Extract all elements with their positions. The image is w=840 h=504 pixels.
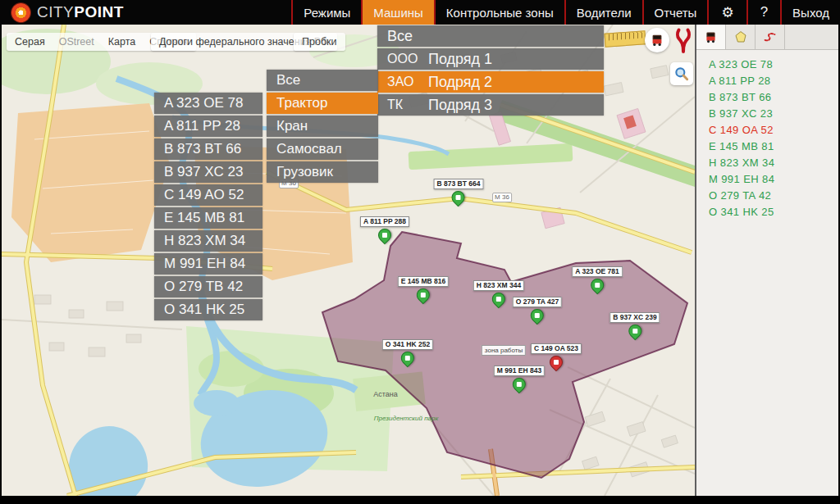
- settings-button[interactable]: ⚙: [707, 0, 746, 25]
- truck-icon: [650, 33, 664, 48]
- type-option[interactable]: Кран: [267, 116, 378, 137]
- vehicle-marker-label: A 323 OE 781: [572, 266, 623, 277]
- vehicle-marker[interactable]: A 811 PP 288: [360, 216, 409, 242]
- vehicle-marker-label: M 991 EH 843: [494, 366, 545, 376]
- tab-routes[interactable]: [756, 25, 785, 49]
- vehicle-list-item[interactable]: C 149 OA 52: [709, 124, 838, 140]
- map-pin-icon: [376, 226, 395, 245]
- plate-option[interactable]: B 873 BT 66: [154, 138, 262, 160]
- vehicle-list-item[interactable]: A 323 OE 78: [709, 58, 838, 75]
- vehicle-marker[interactable]: B 873 BT 664: [434, 179, 484, 204]
- menu-item[interactable]: Контрольные зоны: [434, 0, 564, 25]
- plate-option[interactable]: E 145 MB 81: [154, 207, 262, 229]
- vehicle-list-item[interactable]: O 341 HK 25: [709, 206, 838, 222]
- city-label: Астана: [373, 390, 398, 398]
- menu-item[interactable]: Машины: [361, 0, 433, 25]
- vehicle-marker[interactable]: O 279 TA 427: [513, 297, 562, 322]
- plate-option[interactable]: H 823 XM 34: [154, 230, 262, 252]
- brand-name-city: CITY: [37, 3, 74, 20]
- vehicle-marker-label: E 145 MB 816: [398, 276, 449, 287]
- road-shield: М 36: [492, 193, 512, 202]
- vehicle-marker[interactable]: M 991 EH 843: [494, 366, 545, 391]
- contractor-option[interactable]: ТК Подряд 3: [377, 94, 604, 116]
- contractor-prefix: ЗАО: [387, 75, 428, 89]
- plate-option[interactable]: M 991 EH 84: [154, 253, 262, 275]
- vehicle-type-dropdown: Все ТракторКранСамосвалГрузовик: [267, 70, 378, 184]
- vehicle-marker-label: A 811 PP 288: [360, 216, 409, 227]
- base-layer-option[interactable]: Карта: [108, 36, 135, 48]
- plate-option[interactable]: A 811 PP 28: [154, 116, 262, 137]
- magnifier-icon: [673, 66, 690, 82]
- gear-icon: ⚙: [721, 4, 733, 21]
- traffic-label: Пробки: [302, 36, 337, 48]
- plate-option[interactable]: O 341 HK 25: [154, 299, 262, 320]
- map-pin-icon: [399, 349, 418, 368]
- route-arrows-icon: [673, 27, 693, 53]
- type-option[interactable]: Самосвал: [267, 138, 378, 160]
- traffic-toggle[interactable]: Пробки: [294, 33, 345, 51]
- citypoint-logo-icon: [11, 3, 30, 22]
- vehicle-marker[interactable]: E 145 MB 816: [398, 276, 449, 302]
- vehicle-list-item[interactable]: H 823 XM 34: [709, 157, 838, 173]
- plate-option[interactable]: C 149 AO 52: [154, 184, 262, 206]
- help-button[interactable]: ?: [746, 0, 780, 25]
- brand-name-point: POINT: [74, 3, 124, 20]
- plate-dropdown: A 323 OE 78A 811 PP 28B 873 BT 66B 937 X…: [154, 93, 262, 322]
- map-pin-icon: [490, 290, 509, 309]
- base-layer-option[interactable]: OStreet: [59, 36, 94, 48]
- logout-button[interactable]: Выход: [780, 0, 840, 25]
- map-pin-icon: [510, 375, 529, 394]
- right-sidebar: A 323 OE 78A 811 PP 28B 873 BT 66B 937 X…: [695, 25, 838, 496]
- contractor-name: Подряд 1: [428, 51, 492, 68]
- tab-vehicles[interactable]: [696, 25, 726, 49]
- contractor-option-all[interactable]: Все: [377, 25, 604, 47]
- vehicle-list-item[interactable]: B 937 XC 23: [709, 107, 838, 124]
- map-pin-icon: [450, 188, 468, 207]
- plate-option[interactable]: O 279 TB 42: [154, 276, 262, 297]
- vehicle-tracking-button[interactable]: [645, 28, 669, 52]
- menu-item[interactable]: Режимы: [291, 0, 361, 25]
- type-option[interactable]: Трактор: [267, 93, 378, 114]
- truck-tab-icon: [704, 30, 718, 44]
- vehicle-marker-label: B 873 BT 664: [434, 179, 484, 189]
- vehicle-marker-label: O 279 TA 427: [513, 297, 562, 307]
- type-option-all[interactable]: Все: [267, 70, 378, 91]
- vehicle-list-item[interactable]: O 279 TA 42: [709, 189, 838, 206]
- app-window: CITYPOINT РежимыМашиныКонтрольные зоныВо…: [0, 0, 840, 504]
- tab-zones[interactable]: [726, 25, 756, 49]
- plate-option[interactable]: A 323 OE 78: [154, 93, 262, 114]
- base-layer-option[interactable]: Серая: [15, 36, 45, 48]
- contractor-name: Подряд 3: [428, 97, 492, 114]
- brand-logo: CITYPOINT: [11, 3, 124, 22]
- contractor-prefix: ООО: [387, 52, 428, 66]
- map-search-button[interactable]: [670, 62, 693, 85]
- vehicle-list-item[interactable]: M 991 EH 84: [709, 173, 838, 189]
- ruler-icon[interactable]: [604, 30, 646, 47]
- route-tool-icon[interactable]: [673, 27, 693, 53]
- vehicle-marker-label: H 823 XM 344: [473, 280, 524, 291]
- zone-pentagon-icon: [734, 30, 747, 43]
- vehicle-list-item[interactable]: E 145 MB 81: [709, 140, 838, 157]
- main-menu: РежимыМашиныКонтрольные зоныВодителиОтче…: [291, 0, 840, 25]
- menu-item[interactable]: Водители: [564, 0, 642, 25]
- vehicle-marker[interactable]: A 323 OE 781: [572, 266, 623, 292]
- contractor-option[interactable]: ЗАО Подряд 2: [377, 71, 604, 93]
- map-pin-icon: [528, 306, 547, 325]
- vehicle-marker-label: C 149 OA 523: [531, 343, 582, 354]
- vehicle-list-item[interactable]: B 873 BT 66: [709, 91, 838, 107]
- vehicle-marker[interactable]: O 341 HK 252: [382, 339, 433, 365]
- park-label: Президентский парк: [374, 415, 439, 422]
- vehicle-marker-label: B 937 XC 239: [609, 312, 660, 323]
- menu-item[interactable]: Отчеты: [642, 0, 708, 25]
- contractor-prefix: ТК: [387, 98, 428, 112]
- vehicle-marker-label: O 341 HK 252: [382, 339, 433, 350]
- vehicle-list-item[interactable]: A 811 PP 28: [709, 75, 838, 91]
- type-option[interactable]: Грузовик: [267, 161, 378, 183]
- contractor-dropdown: Все ООО Подряд 1 ЗАО Подряд 2 ТК Подряд …: [377, 25, 604, 117]
- work-zone-label: зона работы: [482, 345, 526, 356]
- map-pin-icon: [626, 322, 645, 341]
- contractor-name: Подряд 2: [428, 74, 492, 91]
- vehicle-marker[interactable]: B 937 XC 239: [609, 312, 660, 338]
- plate-option[interactable]: B 937 XC 23: [154, 161, 262, 183]
- contractor-option[interactable]: ООО Подряд 1: [377, 48, 604, 70]
